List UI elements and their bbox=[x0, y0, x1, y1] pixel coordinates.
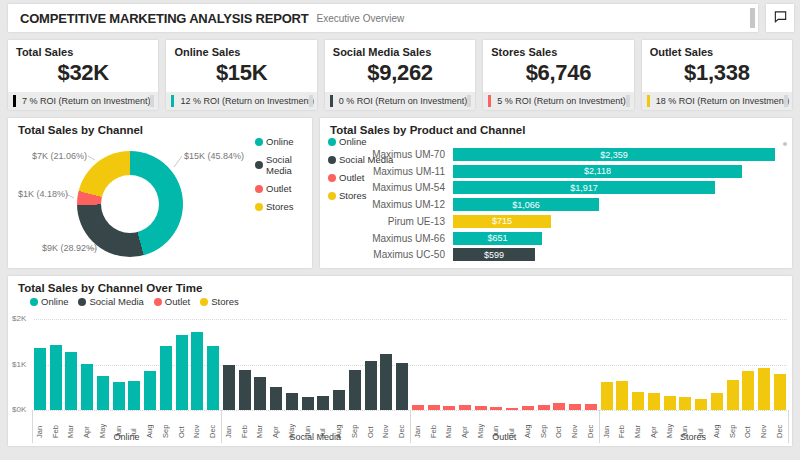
time-bar-stores-jan[interactable] bbox=[601, 382, 613, 410]
month-axis-label: Dec bbox=[775, 414, 785, 438]
time-bar-online-jun[interactable] bbox=[113, 382, 125, 410]
legend-item-online[interactable]: Online bbox=[328, 136, 393, 147]
time-bar-online-nov[interactable] bbox=[191, 332, 203, 410]
time-bar-online-mar[interactable] bbox=[65, 352, 77, 410]
time-bar-outlet-apr[interactable] bbox=[459, 405, 471, 410]
legend-item-social-media[interactable]: Social Media bbox=[78, 296, 143, 307]
kpi-footer-scrollbar-thumb[interactable] bbox=[467, 95, 471, 107]
legend-dot-icon bbox=[30, 298, 38, 306]
time-bar-stores-jun[interactable] bbox=[679, 397, 691, 410]
product-category-label: Maximus UM-11 bbox=[320, 165, 445, 178]
product-row-maximus-um-11: Maximus UM-11$2,118 bbox=[320, 165, 792, 178]
time-bar-outlet-jul[interactable] bbox=[506, 408, 518, 410]
time-bar-stores-sep[interactable] bbox=[727, 380, 739, 410]
time-bar-stores-mar[interactable] bbox=[632, 392, 644, 410]
product-bar[interactable]: $715 bbox=[453, 215, 551, 228]
gridline bbox=[34, 365, 787, 366]
product-bar[interactable]: $1,917 bbox=[453, 181, 715, 194]
month-axis-label: Nov bbox=[759, 414, 769, 438]
channel-group-label-outlet: Outlet bbox=[454, 432, 554, 442]
time-bar-online-apr[interactable] bbox=[81, 364, 93, 410]
kpi-card-total-sales[interactable]: Total Sales$32K7 % ROI (Return on Invest… bbox=[8, 40, 158, 110]
time-bar-social-media-feb[interactable] bbox=[239, 370, 251, 410]
chart-scrollbar-dot[interactable] bbox=[783, 142, 787, 146]
kpi-footer-scrollbar-thumb[interactable] bbox=[626, 95, 630, 107]
time-bar-stores-nov[interactable] bbox=[758, 368, 770, 410]
time-bar-social-media-jun[interactable] bbox=[302, 397, 314, 410]
legend-dot-icon bbox=[78, 298, 86, 306]
legend-item-stores[interactable]: Stores bbox=[200, 296, 238, 307]
time-bar-online-may[interactable] bbox=[97, 376, 109, 410]
time-bar-online-dec[interactable] bbox=[207, 346, 219, 410]
time-bar-stores-jul[interactable] bbox=[695, 399, 707, 410]
bar-value-label: $2,118 bbox=[584, 166, 611, 176]
time-bar-stores-oct[interactable] bbox=[742, 371, 754, 410]
legend-item-outlet[interactable]: Outlet bbox=[255, 183, 312, 194]
time-bar-stores-dec[interactable] bbox=[774, 374, 786, 410]
time-bar-outlet-oct[interactable] bbox=[553, 403, 565, 410]
time-bar-outlet-jan[interactable] bbox=[412, 405, 424, 410]
legend-item-outlet[interactable]: Outlet bbox=[154, 296, 190, 307]
kpi-footer-scrollbar-thumb[interactable] bbox=[784, 95, 788, 107]
product-bar[interactable]: $1,066 bbox=[453, 198, 599, 211]
time-bar-online-jan[interactable] bbox=[34, 348, 46, 410]
time-bar-social-media-nov[interactable] bbox=[380, 354, 392, 410]
time-bar-social-media-jan[interactable] bbox=[223, 365, 235, 410]
bar-value-label: $599 bbox=[484, 250, 504, 260]
legend-item-social-media[interactable]: Social Media bbox=[255, 154, 312, 176]
report-title: COMPETITIVE MARKETING ANALYSIS REPORT bbox=[8, 11, 309, 26]
time-bar-outlet-feb[interactable] bbox=[428, 405, 440, 410]
time-bar-online-feb[interactable] bbox=[50, 345, 62, 410]
time-bar-outlet-mar[interactable] bbox=[443, 406, 455, 410]
time-bar-stores-aug[interactable] bbox=[711, 393, 723, 410]
time-bar-social-media-sep[interactable] bbox=[349, 370, 361, 410]
legend-item-online[interactable]: Online bbox=[255, 136, 312, 147]
time-bar-social-media-mar[interactable] bbox=[254, 377, 266, 410]
product-category-label: Maximus UC-50 bbox=[320, 248, 445, 261]
roi-label: 18 % ROI (Return on Investment) bbox=[656, 96, 790, 106]
kpi-card-stores-sales[interactable]: Stores Sales$6,7465 % ROI (Return on Inv… bbox=[483, 40, 633, 110]
time-bar-outlet-nov[interactable] bbox=[569, 404, 581, 410]
group-separator-line bbox=[32, 410, 33, 443]
donut-slice-label-stores: $7K (21.06%) bbox=[32, 151, 87, 161]
kpi-footer-scrollbar-thumb[interactable] bbox=[309, 95, 313, 107]
kpi-value: $32K bbox=[8, 60, 158, 86]
time-bar-social-media-dec[interactable] bbox=[396, 363, 408, 410]
header-scrollbar-thumb[interactable] bbox=[750, 8, 755, 28]
time-bar-social-media-may[interactable] bbox=[286, 393, 298, 410]
time-bar-online-aug[interactable] bbox=[144, 371, 156, 410]
time-bar-social-media-oct[interactable] bbox=[365, 361, 377, 410]
kpi-footer-scrollbar-thumb[interactable] bbox=[150, 95, 154, 107]
product-bar[interactable]: $2,118 bbox=[453, 165, 742, 178]
month-axis-label: Feb bbox=[429, 414, 439, 438]
time-bar-outlet-jun[interactable] bbox=[490, 407, 502, 410]
time-bar-outlet-sep[interactable] bbox=[538, 405, 550, 410]
time-bar-outlet-dec[interactable] bbox=[585, 404, 597, 410]
time-bar-social-media-aug[interactable] bbox=[333, 390, 345, 410]
product-bar[interactable]: $651 bbox=[453, 232, 542, 245]
month-axis-label: Oct bbox=[177, 414, 187, 438]
donut-chart[interactable] bbox=[77, 151, 183, 257]
legend-item-online[interactable]: Online bbox=[30, 296, 68, 307]
kpi-card-social-media-sales[interactable]: Social Media Sales$9,2620 % ROI (Return … bbox=[325, 40, 475, 110]
roi-marker-bar bbox=[647, 95, 650, 107]
legend-item-stores[interactable]: Stores bbox=[255, 201, 312, 212]
time-bar-online-oct[interactable] bbox=[176, 335, 188, 410]
product-category-label: Maximus UM-12 bbox=[320, 198, 445, 211]
product-bar[interactable]: $599 bbox=[453, 248, 535, 261]
time-bar-online-jul[interactable] bbox=[128, 381, 140, 410]
time-bar-stores-may[interactable] bbox=[664, 396, 676, 410]
comments-button[interactable] bbox=[766, 4, 794, 32]
time-bar-outlet-may[interactable] bbox=[475, 406, 487, 410]
product-bar[interactable]: $2,359 bbox=[453, 148, 775, 161]
time-bar-outlet-aug[interactable] bbox=[522, 406, 534, 410]
time-bar-stores-feb[interactable] bbox=[616, 381, 628, 410]
time-bar-online-sep[interactable] bbox=[160, 346, 172, 410]
y-axis-label: $0K bbox=[12, 405, 26, 414]
time-bar-social-media-jul[interactable] bbox=[317, 396, 329, 410]
kpi-card-outlet-sales[interactable]: Outlet Sales$1,33818 % ROI (Return on In… bbox=[642, 40, 792, 110]
time-bar-social-media-apr[interactable] bbox=[270, 387, 282, 410]
kpi-card-online-sales[interactable]: Online Sales$15K12 % ROI (Return on Inve… bbox=[166, 40, 316, 110]
time-bar-stores-apr[interactable] bbox=[648, 393, 660, 410]
month-axis-label: Jan bbox=[35, 414, 45, 438]
